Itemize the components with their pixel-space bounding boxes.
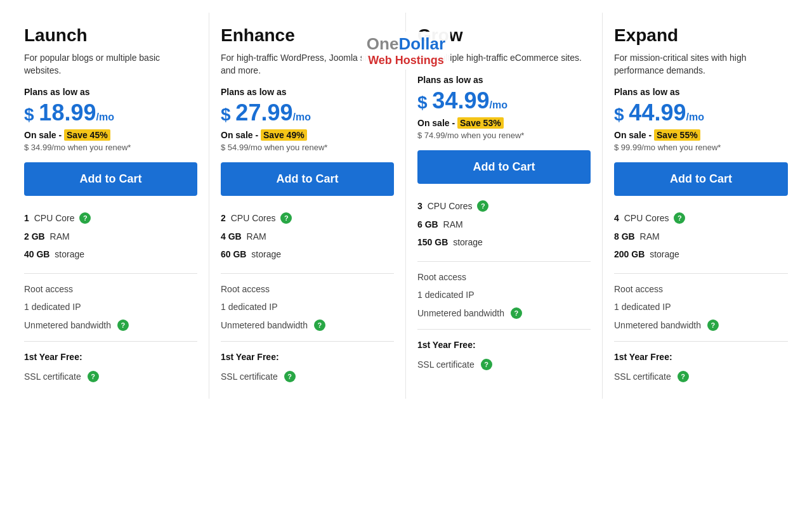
storage-spec-grow: 150 GB storage (417, 233, 591, 251)
plans-as-low-as-launch: Plans as low as (24, 87, 197, 97)
bandwidth-help-icon-launch[interactable]: ? (117, 319, 129, 331)
bandwidth-launch: Unmetered bandwidth ? (24, 316, 197, 335)
save-badge-enhance: Save 49% (261, 129, 307, 141)
ssl-cert-expand: SSL certificate ? (614, 367, 788, 386)
add-to-cart-button-grow[interactable]: Add to Cart (417, 150, 591, 184)
add-to-cart-button-enhance[interactable]: Add to Cart (221, 162, 394, 196)
plan-description-grow: For multiple high-traffic eCommerce site… (417, 52, 591, 65)
price-period-enhance: /mo (292, 112, 310, 122)
specs-section-enhance: 2 CPU Cores ? 4 GB RAM 60 GB storage (221, 209, 394, 263)
spec-divider2-enhance (221, 341, 394, 342)
first-year-title-launch: 1st Year Free: (24, 352, 197, 362)
root-access-enhance: Root access (221, 280, 394, 298)
ssl-help-icon-expand[interactable]: ? (678, 371, 689, 382)
price-period-grow: /mo (489, 100, 507, 110)
ssl-cert-launch: SSL certificate ? (24, 367, 197, 386)
dedicated-ip-launch: 1 dedicated IP (24, 298, 197, 316)
plans-grid: OneDollar Web Hostings Launch For popula… (13, 13, 799, 399)
price-period-expand: /mo (686, 112, 704, 122)
ssl-cert-enhance: SSL certificate ? (221, 367, 394, 386)
plan-description-launch: For popular blogs or multiple basic webs… (24, 52, 197, 77)
cpu-help-icon-expand[interactable]: ? (674, 212, 685, 224)
cpu-help-icon-grow[interactable]: ? (477, 200, 488, 212)
plan-card-expand: Expand For mission-critical sites with h… (603, 13, 799, 399)
dedicated-ip-grow: 1 dedicated IP (417, 286, 591, 304)
storage-spec-launch: 40 GB storage (24, 245, 197, 263)
plan-description-enhance: For high-traffic WordPress, Joomla sites… (221, 52, 394, 77)
specs-section-expand: 4 CPU Cores ? 8 GB RAM 200 GB storage (614, 209, 788, 263)
renew-price-enhance: $ 54.99/mo when you renew* (221, 143, 394, 152)
price-currency-enhance: $ (221, 105, 235, 124)
spec-divider2-expand (614, 341, 788, 342)
bandwidth-grow: Unmetered bandwidth ? (417, 304, 591, 323)
ssl-help-icon-launch[interactable]: ? (88, 371, 99, 382)
plan-card-enhance: Enhance For high-traffic WordPress, Joom… (209, 13, 406, 399)
add-to-cart-button-expand[interactable]: Add to Cart (614, 162, 788, 196)
on-sale-expand: On sale - Save 55% (614, 130, 788, 140)
spec-divider2-launch (24, 341, 197, 342)
plan-description-expand: For mission-critical sites with high per… (614, 52, 788, 77)
spec-divider-grow (417, 261, 591, 262)
cpu-spec-enhance: 2 CPU Cores ? (221, 209, 394, 228)
ram-spec-expand: 8 GB RAM (614, 228, 788, 245)
renew-price-launch: $ 34.99/mo when you renew* (24, 143, 197, 152)
plans-as-low-as-expand: Plans as low as (614, 87, 788, 97)
root-access-expand: Root access (614, 280, 788, 298)
price-currency-launch: $ (24, 105, 39, 124)
cpu-spec-launch: 1 CPU Core ? (24, 209, 197, 228)
first-year-section-launch: 1st Year Free: SSL certificate ? (24, 352, 197, 386)
plan-card-launch: Launch For popular blogs or multiple bas… (13, 13, 209, 399)
specs-section-grow: 3 CPU Cores ? 6 GB RAM 150 GB storage (417, 197, 591, 251)
spec-divider-expand (614, 273, 788, 274)
spec-divider-launch (24, 273, 197, 274)
dedicated-ip-expand: 1 dedicated IP (614, 298, 788, 316)
bandwidth-expand: Unmetered bandwidth ? (614, 316, 788, 335)
save-badge-expand: Save 55% (654, 129, 700, 141)
ssl-help-icon-enhance[interactable]: ? (284, 371, 296, 382)
save-badge-launch: Save 45% (64, 129, 110, 141)
storage-spec-expand: 200 GB storage (614, 245, 788, 263)
spec-divider-enhance (221, 273, 394, 274)
ram-spec-grow: 6 GB RAM (417, 216, 591, 233)
first-year-section-enhance: 1st Year Free: SSL certificate ? (221, 352, 394, 386)
root-access-grow: Root access (417, 268, 591, 286)
plan-card-grow: Grow For multiple high-traffic eCommerce… (406, 13, 603, 399)
plans-as-low-as-enhance: Plans as low as (221, 87, 394, 97)
save-badge-grow: Save 53% (457, 117, 504, 129)
bandwidth-help-icon-expand[interactable]: ? (707, 319, 719, 331)
first-year-title-enhance: 1st Year Free: (221, 352, 394, 362)
first-year-title-expand: 1st Year Free: (614, 352, 788, 362)
first-year-title-grow: 1st Year Free: (417, 340, 591, 350)
plan-title-launch: Launch (24, 25, 197, 46)
storage-spec-enhance: 60 GB storage (221, 245, 394, 263)
bandwidth-help-icon-grow[interactable]: ? (511, 307, 522, 319)
price-grow: $ 34.99/mo (417, 87, 591, 114)
first-year-section-expand: 1st Year Free: SSL certificate ? (614, 352, 788, 386)
bandwidth-help-icon-enhance[interactable]: ? (314, 319, 325, 331)
cpu-help-icon-launch[interactable]: ? (79, 212, 91, 224)
cpu-spec-expand: 4 CPU Cores ? (614, 209, 788, 228)
price-currency-grow: $ (417, 93, 432, 112)
price-currency-expand: $ (614, 105, 629, 124)
renew-price-expand: $ 99.99/mo when you renew* (614, 143, 788, 152)
plans-as-low-as-grow: Plans as low as (417, 75, 591, 85)
dedicated-ip-enhance: 1 dedicated IP (221, 298, 394, 316)
spec-divider2-grow (417, 329, 591, 330)
on-sale-launch: On sale - Save 45% (24, 130, 197, 140)
cpu-spec-grow: 3 CPU Cores ? (417, 197, 591, 216)
specs-section-launch: 1 CPU Core ? 2 GB RAM 40 GB storage (24, 209, 197, 263)
ram-spec-enhance: 4 GB RAM (221, 228, 394, 245)
first-year-section-grow: 1st Year Free: SSL certificate ? (417, 340, 591, 374)
ram-spec-launch: 2 GB RAM (24, 228, 197, 245)
price-launch: $ 18.99/mo (24, 100, 197, 126)
ssl-help-icon-grow[interactable]: ? (481, 359, 492, 370)
plan-title-enhance: Enhance (221, 25, 394, 46)
cpu-help-icon-enhance[interactable]: ? (280, 212, 292, 224)
price-period-launch: /mo (96, 112, 114, 122)
price-expand: $ 44.99/mo (614, 100, 788, 126)
renew-price-grow: $ 74.99/mo when you renew* (417, 131, 591, 140)
ssl-cert-grow: SSL certificate ? (417, 355, 591, 374)
add-to-cart-button-launch[interactable]: Add to Cart (24, 162, 197, 196)
price-enhance: $ 27.99/mo (221, 100, 394, 126)
on-sale-grow: On sale - Save 53% (417, 118, 591, 128)
